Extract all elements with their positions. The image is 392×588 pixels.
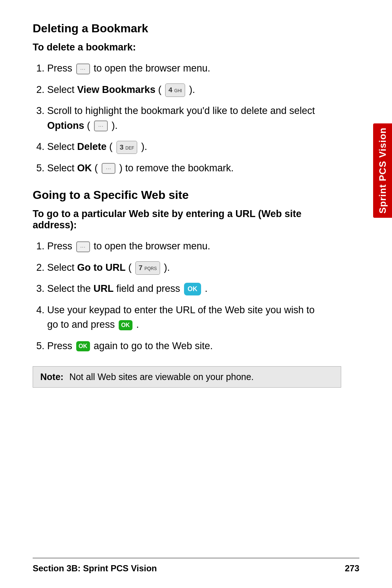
- step-2-1: Press to open the browser menu.: [47, 239, 323, 254]
- section1-heading: Deleting a Bookmark: [33, 22, 323, 35]
- step-1-5-before: Select: [47, 163, 77, 173]
- step-1-2-close: ).: [189, 84, 195, 95]
- section1-subheading: To delete a bookmark:: [33, 42, 323, 53]
- step-1-1: Press to open the browser menu.: [47, 61, 323, 76]
- ok-small-icon-1: OK: [119, 320, 132, 330]
- step-2-3-bold: URL: [94, 283, 114, 294]
- step-2-3-middle: field and press: [117, 283, 183, 294]
- step-1-3-bold: Options: [47, 120, 84, 131]
- step-2-2: Select Go to URL ( 7 PQRS ).: [47, 260, 323, 275]
- step-2-4-after: .: [136, 319, 139, 330]
- menu-icon-3: [76, 241, 90, 252]
- menu-icon-2: [94, 121, 108, 131]
- step-1-4-before: Select: [47, 141, 77, 152]
- ok-btn-icon-1: OK: [184, 283, 201, 295]
- step-2-5: Press OK again to go to the Web site.: [47, 339, 323, 354]
- side-tab-text: Sprint PCS Vision: [377, 127, 388, 214]
- step-2-5-before: Press: [47, 340, 75, 351]
- step-2-4-before: Use your keypad to enter the URL of the …: [47, 305, 315, 330]
- step-1-3-close: ).: [112, 120, 118, 131]
- step-2-5-after: again to go to the Web site.: [94, 340, 213, 351]
- section2-steps: Press to open the browser menu. Select G…: [47, 239, 323, 353]
- step-1-2-paren: (: [158, 84, 162, 95]
- step-1-2-before: Select: [47, 84, 77, 95]
- step-1-3-before: Scroll to highlight the bookmark you'd l…: [47, 105, 315, 116]
- step-1-2-bold: View Bookmarks: [77, 84, 156, 95]
- section1-steps: Press to open the browser menu. Select V…: [47, 61, 323, 175]
- step-1-4-bold: Delete: [77, 141, 107, 152]
- step-1-3-paren: (: [87, 120, 90, 131]
- step-1-5-after: ) to remove the bookmark.: [119, 163, 234, 173]
- step-2-2-bold: Go to URL: [77, 262, 126, 273]
- step-1-5: Select OK ( ) to remove the bookmark.: [47, 161, 323, 176]
- note-label: Note:: [40, 372, 64, 382]
- footer-right: 273: [345, 563, 359, 573]
- step-1-1-before: Press: [47, 63, 75, 74]
- step-1-4-paren: (: [109, 141, 113, 152]
- step-1-3: Scroll to highlight the bookmark you'd l…: [47, 103, 323, 133]
- note-text: Not all Web sites are viewable on your p…: [69, 372, 254, 382]
- step-1-5-bold: OK: [77, 163, 92, 173]
- footer: Section 3B: Sprint PCS Vision 273: [33, 558, 359, 573]
- step-2-3-after: .: [205, 283, 208, 294]
- step-2-2-before: Select: [47, 262, 77, 273]
- step-1-2: Select View Bookmarks ( 4 GHI ).: [47, 82, 323, 97]
- step-1-5-paren: (: [95, 163, 98, 173]
- ok-small-icon-2: OK: [76, 341, 90, 351]
- step-2-1-after: to open the browser menu.: [94, 241, 210, 252]
- step-2-3: Select the URL field and press OK .: [47, 281, 323, 296]
- step-2-3-before: Select the: [47, 283, 94, 294]
- side-tab: Sprint PCS Vision: [373, 123, 392, 218]
- footer-left: Section 3B: Sprint PCS Vision: [33, 563, 157, 573]
- step-2-4: Use your keypad to enter the URL of the …: [47, 303, 323, 332]
- menu-dots-icon: [102, 163, 115, 174]
- key-4-icon: 4 GHI: [165, 83, 185, 97]
- step-2-2-close: ).: [164, 262, 170, 273]
- section2-heading: Going to a Specific Web site: [33, 188, 323, 202]
- step-1-4-close: ).: [141, 141, 147, 152]
- step-2-1-before: Press: [47, 241, 75, 252]
- note-box: Note: Not all Web sites are viewable on …: [33, 366, 341, 388]
- step-1-1-after: to open the browser menu.: [94, 63, 210, 74]
- menu-icon-1: [76, 64, 90, 74]
- key-3-icon: 3 DEF: [117, 141, 138, 154]
- step-2-2-paren: (: [128, 262, 132, 273]
- key-7-icon: 7 PQRS: [135, 261, 160, 275]
- step-1-4: Select Delete ( 3 DEF ).: [47, 139, 323, 154]
- section2-subheading: To go to a particular Web site by enteri…: [33, 208, 323, 231]
